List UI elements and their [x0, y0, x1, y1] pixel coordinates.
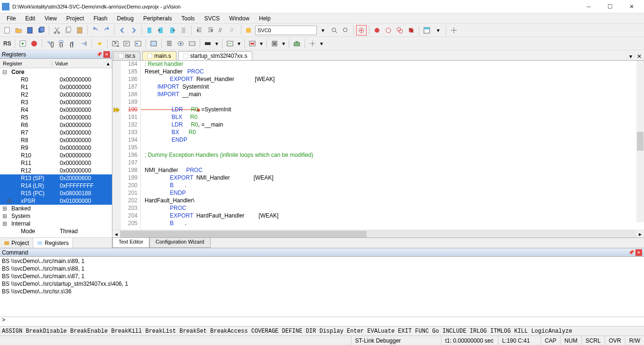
register-row[interactable]: R13 (SP)0x20000600 — [0, 174, 112, 182]
minimize-button[interactable]: ─ — [578, 1, 599, 12]
comment-icon[interactable]: // — [217, 25, 227, 36]
register-row[interactable]: R70x00000000 — [0, 129, 112, 136]
symbols-window-icon[interactable] — [133, 38, 143, 49]
disassembly-window-icon[interactable] — [121, 38, 132, 49]
pin-icon[interactable]: 📌 — [96, 51, 102, 58]
bookmark-toggle-icon[interactable] — [144, 25, 155, 36]
cut-icon[interactable] — [52, 25, 62, 36]
open-file-icon[interactable] — [13, 25, 24, 36]
register-row[interactable]: R30x00000000 — [0, 99, 112, 106]
debug-restore-dropdown-icon[interactable]: ▾ — [319, 38, 324, 49]
register-row[interactable]: R40x00000000 — [0, 106, 112, 114]
code-content[interactable]: ; Reset handlerReset_Handler PROC EXPORT… — [141, 61, 644, 230]
panel-close-icon[interactable]: ✕ — [635, 249, 642, 256]
find-icon[interactable] — [329, 25, 340, 36]
tab-registers[interactable]: Registers — [33, 238, 73, 248]
search-dropdown-icon[interactable]: ▾ — [318, 25, 328, 36]
tab-text-editor[interactable]: Text Editor — [112, 238, 149, 248]
menu-window[interactable]: Window — [224, 14, 254, 23]
trace-window-icon[interactable] — [247, 38, 258, 49]
step-into-icon[interactable]: {} — [45, 38, 55, 49]
memory-window-icon[interactable] — [187, 38, 197, 49]
reg-col-value[interactable]: Value — [52, 61, 104, 66]
serial-window-icon[interactable] — [202, 38, 213, 49]
register-row[interactable]: R00x00000000 — [0, 76, 112, 83]
breakpoint-disable-icon[interactable] — [383, 25, 394, 36]
menu-flash[interactable]: Flash — [89, 14, 112, 23]
tab-project[interactable]: Project — [0, 238, 33, 248]
editor-tabs-close-icon[interactable]: ✕ — [635, 53, 643, 60]
configure-icon[interactable] — [449, 25, 459, 36]
paste-icon[interactable] — [74, 25, 85, 36]
close-button[interactable]: ✕ — [621, 1, 642, 12]
show-next-icon[interactable] — [94, 38, 105, 49]
breakpoint-insert-icon[interactable] — [372, 25, 382, 36]
outdent-icon[interactable] — [205, 25, 216, 36]
register-group[interactable]: ⊞System — [0, 212, 112, 220]
new-file-icon[interactable] — [2, 25, 12, 36]
editor-tab-main[interactable]: main.s — [142, 51, 176, 60]
nav-fwd-icon[interactable] — [129, 25, 139, 36]
maximize-button[interactable]: ☐ — [599, 1, 621, 12]
breakpoint-disable-all-icon[interactable] — [395, 25, 405, 36]
register-group[interactable]: ⊞Internal — [0, 220, 112, 227]
debug-session-icon[interactable] — [356, 25, 367, 36]
register-row[interactable]: R20x00000000 — [0, 91, 112, 99]
menu-debug[interactable]: Debug — [112, 14, 138, 23]
menu-peripherals[interactable]: Peripherals — [138, 14, 177, 23]
find-in-files-icon[interactable] — [340, 25, 351, 36]
system-viewer-dropdown-icon[interactable]: ▾ — [281, 38, 286, 49]
undo-icon[interactable] — [90, 25, 101, 36]
editor-hscroll[interactable]: ◂▸ — [112, 230, 644, 237]
bookmark-prev-icon[interactable] — [156, 25, 166, 36]
menu-edit[interactable]: Edit — [20, 14, 40, 23]
register-row[interactable]: R50x00000000 — [0, 114, 112, 121]
breakpoint-kill-icon[interactable] — [406, 25, 416, 36]
register-row[interactable]: R90x00000000 — [0, 144, 112, 152]
registers-window-icon[interactable] — [148, 38, 159, 49]
scroll-up-icon[interactable]: ▴ — [104, 60, 112, 67]
bookmark-next-icon[interactable] — [167, 25, 177, 36]
register-row[interactable]: R100x00000000 — [0, 152, 112, 159]
serial-dropdown-icon[interactable]: ▾ — [214, 38, 220, 49]
toolbox-icon[interactable] — [292, 38, 302, 49]
analysis-window-icon[interactable] — [225, 38, 235, 49]
menu-tools[interactable]: Tools — [177, 14, 200, 23]
command-window-icon[interactable]: >_ — [110, 38, 120, 49]
save-all-icon[interactable] — [36, 25, 46, 36]
call-stack-window-icon[interactable] — [164, 38, 175, 49]
editor-tab-isr[interactable]: isr.s — [113, 51, 140, 60]
register-row[interactable]: R110x00000000 — [0, 159, 112, 167]
save-icon[interactable] — [25, 25, 35, 36]
step-over-icon[interactable]: {} — [56, 38, 66, 49]
stop-icon[interactable] — [29, 38, 39, 49]
menu-svcs[interactable]: SVCS — [200, 14, 225, 23]
window-layout-dropdown-icon[interactable]: ▾ — [433, 25, 443, 36]
command-input[interactable] — [6, 317, 644, 326]
step-out-icon[interactable]: {} — [67, 38, 78, 49]
indent-icon[interactable] — [194, 25, 204, 36]
register-row[interactable]: R120x00000000 — [0, 167, 112, 174]
find-project-icon[interactable] — [244, 25, 254, 36]
analysis-dropdown-icon[interactable]: ▾ — [236, 38, 242, 49]
trace-dropdown-icon[interactable]: ▾ — [258, 38, 264, 49]
uncomment-icon[interactable]: // — [228, 25, 239, 36]
debug-restore-icon[interactable] — [307, 38, 318, 49]
menu-help[interactable]: Help — [254, 14, 276, 23]
menu-project[interactable]: Project — [62, 14, 89, 23]
run-to-cursor-icon[interactable] — [79, 38, 89, 49]
pin-icon[interactable]: 📌 — [628, 249, 635, 256]
system-viewer-icon[interactable] — [269, 38, 280, 49]
register-row[interactable]: R10x00000000 — [0, 83, 112, 91]
register-row[interactable]: ⊞xPSR0x01000000 — [0, 197, 112, 205]
window-layout-icon[interactable] — [422, 25, 432, 36]
copy-icon[interactable] — [63, 25, 74, 36]
register-row[interactable]: R15 (PC)0x08000188 — [0, 190, 112, 197]
nav-back-icon[interactable] — [117, 25, 128, 36]
panel-close-icon[interactable]: ✕ — [103, 51, 110, 58]
register-group[interactable]: ⊞Banked — [0, 205, 112, 212]
reg-col-name[interactable]: Register — [0, 61, 52, 66]
command-output[interactable]: BS \\svcDemo\../src/main.s\89, 1BS \\svc… — [0, 257, 644, 317]
watch-window-icon[interactable] — [175, 38, 186, 49]
register-row[interactable]: R60x00000000 — [0, 121, 112, 129]
